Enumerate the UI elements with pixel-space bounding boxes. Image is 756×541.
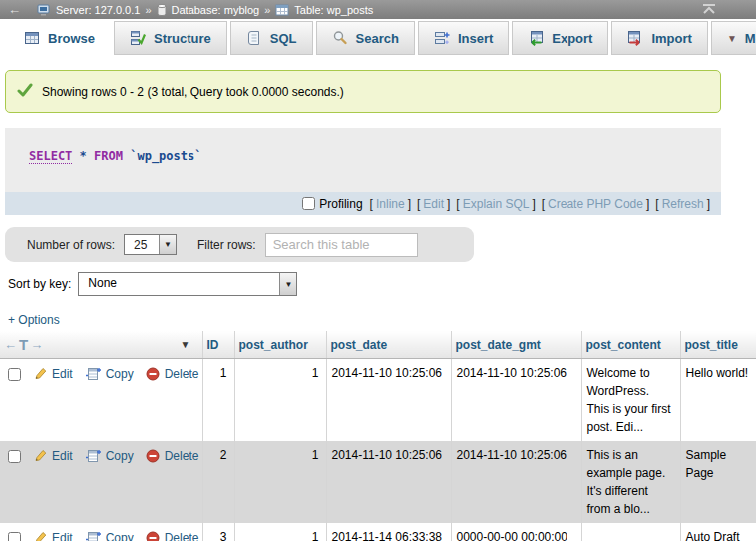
- tab-search-label: Search: [356, 31, 399, 46]
- column-header-post-title[interactable]: post_title: [680, 331, 756, 359]
- breadcrumb-database[interactable]: Database: myblog: [157, 4, 260, 16]
- row-checkbox[interactable]: [8, 532, 21, 541]
- collapse-icon[interactable]: [702, 3, 716, 17]
- breadcrumb-server-label: Server: 127.0.0.1: [56, 4, 140, 16]
- cell-post-date: 2014-11-14 06:33:38: [326, 523, 451, 541]
- copy-link[interactable]: Copy: [106, 529, 134, 541]
- edit-link[interactable]: Edit: [52, 447, 73, 465]
- delete-link[interactable]: Delete: [165, 447, 199, 465]
- number-of-rows-label: Number of rows:: [27, 238, 115, 252]
- tab-export[interactable]: Export: [512, 21, 608, 55]
- column-header-post-date[interactable]: post_date: [326, 331, 451, 359]
- tab-sql[interactable]: SQL: [230, 21, 313, 55]
- filter-rows-input[interactable]: [265, 233, 418, 257]
- create-php-code-link[interactable]: Create PHP Code: [548, 197, 643, 211]
- explain-sql-link[interactable]: Explain SQL: [463, 197, 530, 211]
- copy-icon[interactable]: [85, 531, 101, 541]
- copy-link[interactable]: Copy: [106, 365, 134, 383]
- cell-post-author: 1: [234, 523, 326, 541]
- sort-by-key-select[interactable]: None ▼: [78, 272, 297, 296]
- tab-import[interactable]: Import: [611, 21, 707, 55]
- tab-browse[interactable]: Browse: [8, 21, 111, 55]
- breadcrumb-separator: »: [145, 4, 151, 16]
- chevron-down-icon[interactable]: ▼: [181, 339, 190, 350]
- tab-more-label: More: [745, 31, 756, 46]
- profiling-label: Profiling: [319, 197, 362, 211]
- table-icon: [275, 4, 289, 16]
- tab-insert-label: Insert: [458, 31, 493, 46]
- column-header-actions: ← T → ▼: [0, 331, 202, 359]
- rows-per-page-value: 25: [125, 235, 156, 254]
- edit-link[interactable]: Edit: [52, 365, 73, 383]
- column-header-post-content[interactable]: post_content: [581, 331, 680, 359]
- sql-query-text: SELECT * FROM `wp_posts`: [5, 128, 721, 192]
- pencil-icon[interactable]: [33, 531, 47, 541]
- delete-link[interactable]: Delete: [165, 529, 199, 541]
- cell-post-author: 1: [234, 359, 326, 442]
- delete-icon[interactable]: [146, 449, 160, 463]
- insert-icon: [434, 30, 450, 46]
- profiling-checkbox[interactable]: [302, 197, 315, 210]
- copy-icon[interactable]: [85, 449, 101, 463]
- tab-structure[interactable]: Structure: [114, 21, 227, 55]
- sql-table-identifier: `wp_posts`: [130, 149, 201, 163]
- tab-more[interactable]: ▼ More: [711, 21, 756, 55]
- cell-id: 2: [202, 441, 234, 523]
- column-header-post-author[interactable]: post_author: [234, 331, 326, 359]
- database-icon: [157, 4, 167, 16]
- export-icon: [528, 30, 544, 46]
- rows-per-page-select[interactable]: 25 ▼: [124, 234, 177, 255]
- check-icon: [17, 83, 33, 100]
- server-icon: [37, 4, 51, 16]
- bracket: [: [539, 197, 548, 211]
- column-header-id[interactable]: ID: [202, 331, 234, 359]
- status-message: Showing rows 0 - 2 (3 total, Query took …: [5, 70, 721, 113]
- breadcrumb-table[interactable]: Table: wp_posts: [275, 4, 373, 16]
- profiling-checkbox-label[interactable]: Profiling: [302, 197, 362, 211]
- table-row: Edit Copy Delete 3 1 2014-11-14 06:33:38…: [0, 523, 756, 541]
- cell-post-date-gmt: 2014-11-10 10:25:06: [451, 441, 581, 523]
- cell-post-date: 2014-11-10 10:25:06: [326, 359, 451, 442]
- tab-search[interactable]: Search: [316, 21, 415, 55]
- edit-query-link[interactable]: Edit: [423, 197, 444, 211]
- inline-link[interactable]: Inline: [376, 197, 405, 211]
- copy-link[interactable]: Copy: [106, 447, 134, 465]
- bracket: ]: [643, 197, 652, 211]
- sort-by-key-value: None: [79, 273, 279, 295]
- tab-insert[interactable]: Insert: [418, 21, 509, 55]
- sql-keyword-from: FROM: [94, 149, 123, 163]
- bracket: ]: [444, 197, 453, 211]
- browse-icon: [24, 30, 40, 46]
- chevron-down-icon: ▼: [159, 235, 176, 254]
- pencil-icon[interactable]: [33, 449, 47, 463]
- column-nav-tee-icon[interactable]: T: [19, 336, 28, 353]
- pencil-icon[interactable]: [33, 367, 47, 381]
- cell-id: 1: [202, 359, 234, 442]
- row-checkbox[interactable]: [8, 368, 21, 381]
- cell-post-author: 1: [234, 441, 326, 523]
- delete-icon[interactable]: [146, 367, 160, 381]
- table-header-row: ← T → ▼ ID post_author post_date post_da…: [0, 331, 756, 359]
- tab-bar: Browse Structure SQL Search Insert Expor…: [0, 19, 756, 55]
- delete-icon[interactable]: [146, 531, 160, 541]
- sql-star: *: [80, 149, 87, 163]
- bracket: [: [453, 197, 462, 211]
- column-header-post-date-gmt[interactable]: post_date_gmt: [451, 331, 581, 359]
- column-nav-right-icon[interactable]: →: [30, 337, 43, 352]
- back-arrow-icon[interactable]: ←: [8, 2, 21, 17]
- cell-post-content: Welcome to WordPress. This is your first…: [581, 359, 680, 442]
- breadcrumb-server[interactable]: Server: 127.0.0.1: [37, 4, 140, 16]
- copy-icon[interactable]: [85, 367, 101, 381]
- edit-link[interactable]: Edit: [52, 529, 73, 541]
- cell-post-content: [581, 523, 680, 541]
- sql-keyword-select[interactable]: SELECT: [29, 149, 72, 164]
- options-toggle[interactable]: + Options: [8, 313, 756, 329]
- import-icon: [627, 30, 643, 46]
- tab-sql-label: SQL: [270, 31, 297, 46]
- row-checkbox[interactable]: [8, 450, 21, 463]
- delete-link[interactable]: Delete: [165, 365, 199, 383]
- refresh-link[interactable]: Refresh: [662, 197, 704, 211]
- query-links-bar: Profiling [Inline] [Edit] [Explain SQL] …: [5, 192, 721, 215]
- cell-post-title: Hello world!: [680, 359, 756, 442]
- column-nav-left-icon[interactable]: ←: [4, 337, 17, 352]
